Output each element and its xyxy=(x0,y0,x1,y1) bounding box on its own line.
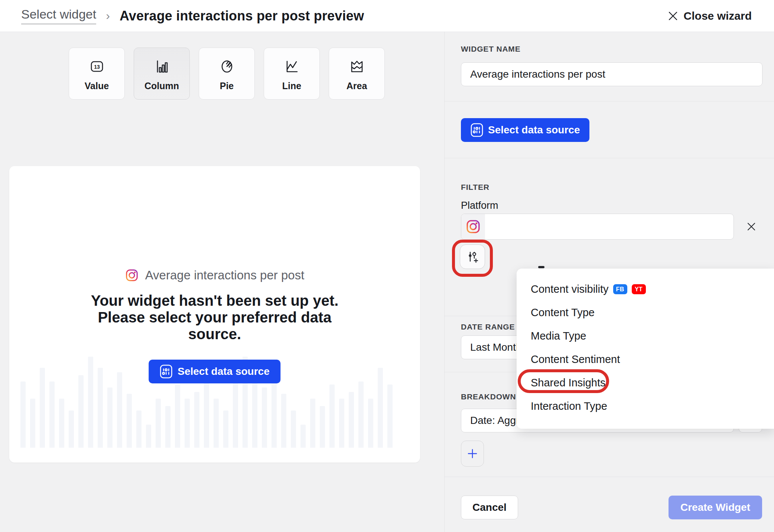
filter-dropdown-menu: Content visibilityFBYTContent TypeMedia … xyxy=(517,269,774,429)
fb-badge: FB xyxy=(613,284,627,294)
filter-plus-icon xyxy=(466,250,479,263)
breadcrumb-select-widget[interactable]: Select widget xyxy=(21,7,96,25)
decorative-bar xyxy=(291,411,296,448)
menu-item-label: Content Sentiment xyxy=(531,353,620,366)
decorative-bar xyxy=(281,394,286,448)
add-filter-button[interactable] xyxy=(460,244,485,269)
decorative-bar xyxy=(310,399,315,448)
select-data-source-button-preview[interactable]: Select data source xyxy=(149,360,280,383)
instagram-icon xyxy=(125,269,139,282)
menu-item-content-sentiment[interactable]: Content Sentiment xyxy=(517,348,774,371)
widget-type-pie[interactable]: Pie xyxy=(199,48,255,100)
widget-type-value[interactable]: 13Value xyxy=(69,48,125,100)
value-icon: 13 xyxy=(89,58,105,75)
menu-item-media-type[interactable]: Media Type xyxy=(517,324,774,348)
wizard-header: Select widget › Average interactions per… xyxy=(0,0,774,32)
decorative-bar xyxy=(300,425,306,448)
menu-item-shared-insights[interactable]: Shared Insights xyxy=(517,371,774,395)
decorative-bar xyxy=(214,399,219,448)
decorative-bar xyxy=(233,375,238,448)
breakdown-section-label: BREAKDOWN xyxy=(461,392,516,401)
widget-type-label: Area xyxy=(347,81,367,91)
decorative-bar xyxy=(349,392,354,448)
add-breakdown-button[interactable] xyxy=(461,441,484,467)
decorative-bar xyxy=(329,385,335,448)
decorative-bar xyxy=(107,387,113,448)
empty-state-message: Your widget hasn't been set up yet. Plea… xyxy=(9,292,420,343)
decorative-bar xyxy=(136,411,142,448)
menu-item-label: Media Type xyxy=(531,330,586,342)
close-wizard-button[interactable]: Close wizard xyxy=(668,10,752,22)
area-icon xyxy=(349,58,365,75)
platform-label: Platform xyxy=(461,200,498,211)
decorative-bar xyxy=(146,425,151,448)
decorative-bar xyxy=(20,382,26,448)
menu-item-label: Content visibility xyxy=(531,283,609,295)
menu-item-label: Shared Insights xyxy=(531,377,606,389)
close-wizard-label: Close wizard xyxy=(684,10,752,22)
widget-preview-card: Average interactions per post Your widge… xyxy=(9,166,420,463)
pie-icon xyxy=(219,58,235,75)
date-range-value: Last Month xyxy=(470,341,522,353)
widget-type-label: Value xyxy=(85,81,109,91)
select-data-source-label: Select data source xyxy=(178,366,269,377)
decorative-bar xyxy=(30,399,35,448)
cancel-button[interactable]: Cancel xyxy=(461,496,518,519)
widget-name-input[interactable] xyxy=(461,62,762,86)
widget-type-area[interactable]: Area xyxy=(329,48,385,100)
yt-badge: YT xyxy=(632,284,646,294)
decorative-bar xyxy=(185,399,190,448)
decorative-bar xyxy=(88,357,93,448)
decorative-bar xyxy=(175,385,180,448)
divider xyxy=(445,477,774,477)
create-widget-button[interactable]: Create Widget xyxy=(669,496,762,519)
decorative-bar xyxy=(98,368,103,448)
decorative-bar xyxy=(387,385,393,448)
menu-item-interaction-type[interactable]: Interaction Type xyxy=(517,395,774,418)
data-source-icon xyxy=(160,364,172,379)
clipped-menu-item-fragment xyxy=(538,266,544,268)
decorative-bar xyxy=(165,406,170,448)
decorative-bar xyxy=(69,411,74,448)
select-data-source-label: Select data source xyxy=(488,124,580,136)
page-title: Average interactions per post preview xyxy=(120,8,364,24)
decorative-bar xyxy=(127,394,132,448)
menu-item-content-type[interactable]: Content Type xyxy=(517,301,774,324)
menu-item-label: Interaction Type xyxy=(531,400,607,412)
decorative-bar xyxy=(378,368,383,448)
decorative-bar xyxy=(223,411,228,448)
widget-type-column[interactable]: Column xyxy=(134,48,190,100)
decorative-bar xyxy=(194,392,199,448)
widget-type-line[interactable]: Line xyxy=(264,48,320,100)
date-range-section-label: DATE RANGE xyxy=(461,322,515,331)
decorative-bar xyxy=(320,406,325,448)
decorative-bar xyxy=(204,382,209,448)
decorative-bar xyxy=(271,372,277,448)
widget-type-label: Line xyxy=(282,81,301,91)
divider xyxy=(445,101,774,101)
decorative-bar xyxy=(156,399,161,448)
platform-filter-field[interactable] xyxy=(461,214,734,240)
menu-item-content-visibility[interactable]: Content visibilityFBYT xyxy=(517,278,774,301)
close-icon xyxy=(668,11,678,21)
decorative-bar xyxy=(78,375,84,448)
column-icon xyxy=(154,58,170,75)
select-data-source-button-panel[interactable]: Select data source xyxy=(461,118,589,142)
menu-item-label: Content Type xyxy=(531,306,595,319)
plus-icon xyxy=(467,448,478,459)
decorative-bar xyxy=(49,382,55,448)
widget-type-label: Column xyxy=(144,81,179,91)
decorative-bar xyxy=(339,399,344,448)
line-icon xyxy=(284,58,300,75)
decorative-bar xyxy=(262,387,267,448)
svg-text:13: 13 xyxy=(94,64,100,70)
widget-type-label: Pie xyxy=(220,81,234,91)
remove-platform-filter-icon[interactable] xyxy=(747,222,756,231)
data-source-icon xyxy=(471,123,483,137)
decorative-bar xyxy=(368,399,373,448)
preview-widget-title: Average interactions per post xyxy=(145,268,305,282)
breadcrumb-chevron-icon: › xyxy=(106,9,110,23)
decorative-bar xyxy=(117,372,122,448)
widget-type-list: 13ValueColumnPieLineArea xyxy=(69,48,385,100)
divider xyxy=(445,158,774,158)
